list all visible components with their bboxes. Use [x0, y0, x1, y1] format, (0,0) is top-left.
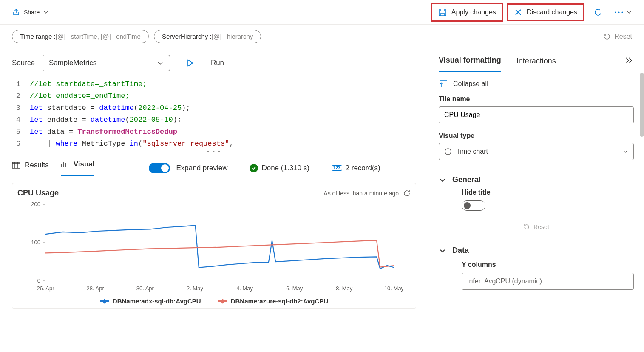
record-count: 123 2 record(s) [332, 164, 380, 172]
chart-title: CPU Usage [17, 189, 59, 197]
legend-label-1: DBName:adx-sql-db:AvgCPU [113, 298, 201, 305]
scrollbar[interactable] [640, 73, 644, 137]
tab-interactions[interactable]: Interactions [516, 57, 556, 72]
tile-name-label: Tile name [439, 95, 634, 103]
tab-visual-formatting[interactable]: Visual formatting [439, 56, 501, 72]
collapse-all-label: Collapse all [453, 80, 488, 88]
editor-resize-handle[interactable]: • • • [0, 150, 428, 155]
share-icon [12, 8, 20, 17]
chart-timestamp: As of less than a minute ago [323, 190, 399, 197]
tab-results[interactable]: Results [12, 161, 49, 175]
y-columns-value: Infer: AvgCPU (dynamic) [467, 278, 542, 285]
format-panel: Visual formatting Interactions Collapse … [428, 48, 644, 315]
hide-title-label: Hide title [462, 189, 634, 196]
run-label: Run [211, 59, 224, 67]
check-icon [250, 164, 258, 172]
y-columns-select[interactable]: Infer: AvgCPU (dynamic) [462, 273, 634, 290]
svg-text:30. Apr: 30. Apr [136, 285, 154, 292]
table-icon [12, 162, 20, 169]
editor-pane: Source SampleMetrics Run 1//let startdat… [0, 48, 428, 315]
general-label: General [452, 175, 481, 184]
discard-changes-button[interactable]: Discard changes [507, 3, 584, 21]
hierarchy-value: [@] _hierarchy [212, 33, 253, 40]
chart-card: CPU Usage As of less than a minute ago 0… [12, 183, 416, 309]
save-icon [438, 8, 447, 17]
svg-rect-0 [439, 9, 446, 16]
more-icon [614, 11, 624, 14]
legend-swatch-red [218, 300, 227, 302]
records-badge-icon: 123 [332, 165, 342, 171]
refresh-icon[interactable] [403, 189, 411, 197]
share-label: Share [24, 9, 40, 16]
source-select[interactable]: SampleMetrics [43, 55, 170, 71]
result-tabs: Results Visual Expand preview Done (1.31… [0, 155, 428, 176]
reset-filters-button[interactable]: Reset [603, 33, 632, 40]
chevron-down-icon [626, 9, 632, 15]
refresh-icon [593, 8, 603, 17]
data-group-header[interactable]: Data [439, 240, 634, 259]
source-value: SampleMetrics [49, 59, 96, 67]
legend-label-2: DBName:azure-sql-db2:AvgCPU [231, 298, 328, 305]
svg-text:200: 200 [31, 201, 40, 207]
reset-general-label: Reset [533, 223, 549, 230]
y-columns-label: Y columns [462, 261, 634, 269]
visual-type-label: Visual type [439, 132, 634, 140]
tab-visual-label: Visual [74, 160, 95, 169]
collapse-icon [439, 80, 448, 88]
more-menu-button[interactable] [614, 9, 632, 15]
hide-title-toggle[interactable] [462, 200, 485, 211]
svg-text:6. May: 6. May [286, 285, 303, 292]
legend-item-2[interactable]: DBName:azure-sql-db2:AvgCPU [218, 298, 328, 305]
collapse-all-button[interactable]: Collapse all [439, 72, 634, 95]
reset-icon [523, 223, 530, 230]
filter-bar: Time range : [@] _startTime, [@] _endTim… [0, 25, 644, 48]
expand-preview-toggle[interactable]: Expand preview [149, 163, 227, 173]
play-icon [186, 59, 194, 67]
chart-icon [61, 161, 69, 168]
server-hierarchy-pill[interactable]: ServerHierarchy : [@] _hierarchy [154, 30, 261, 43]
code-editor[interactable]: 1//let startdate=_startTime;2//let endda… [0, 78, 428, 150]
top-toolbar: Share Apply changes Discard changes [0, 0, 644, 25]
clock-icon [444, 148, 452, 155]
svg-text:10. May: 10. May [384, 285, 403, 292]
apply-changes-label: Apply changes [451, 9, 496, 16]
svg-text:4. May: 4. May [236, 285, 253, 292]
double-chevron-icon [625, 57, 634, 64]
done-label: Done (1.310 s) [261, 164, 309, 172]
apply-changes-button[interactable]: Apply changes [431, 3, 503, 22]
svg-text:8. May: 8. May [336, 285, 353, 292]
svg-point-1 [615, 11, 616, 13]
time-range-pill[interactable]: Time range : [@] _startTime, [@] _endTim… [12, 30, 149, 43]
chevron-down-icon [622, 149, 628, 155]
tile-name-input[interactable] [439, 106, 634, 123]
panel-tabs: Visual formatting Interactions [439, 56, 634, 72]
visual-type-select[interactable]: Time chart [439, 143, 634, 160]
general-group-header[interactable]: General [439, 169, 634, 189]
run-button[interactable]: Run [186, 59, 224, 67]
time-range-value: [@] _startTime, [@] _endTime [56, 33, 141, 40]
refresh-button[interactable] [590, 4, 607, 21]
svg-text:100: 100 [31, 239, 40, 246]
tab-results-label: Results [25, 161, 49, 169]
chevron-down-icon [439, 247, 446, 255]
source-row: Source SampleMetrics Run [0, 48, 428, 78]
toggle-switch[interactable] [149, 163, 170, 173]
records-label: 2 record(s) [346, 164, 380, 172]
visual-type-value: Time chart [456, 148, 488, 155]
svg-text:26. Apr: 26. Apr [37, 285, 54, 292]
expand-preview-label: Expand preview [176, 164, 227, 172]
chevron-down-icon [157, 60, 164, 66]
discard-changes-label: Discard changes [527, 9, 577, 16]
reset-label: Reset [614, 33, 632, 40]
legend-item-1[interactable]: DBName:adx-sql-db:AvgCPU [100, 298, 201, 305]
share-button[interactable]: Share [12, 8, 49, 17]
reset-general-button[interactable]: Reset [439, 218, 634, 240]
chevron-down-icon [43, 9, 49, 15]
close-icon [514, 8, 522, 17]
expand-panel-button[interactable] [625, 57, 634, 71]
chevron-down-icon [439, 176, 446, 184]
time-range-key: Time range : [20, 33, 56, 40]
svg-text:0: 0 [37, 278, 40, 284]
tab-visual[interactable]: Visual [61, 160, 95, 176]
svg-point-2 [618, 11, 619, 13]
